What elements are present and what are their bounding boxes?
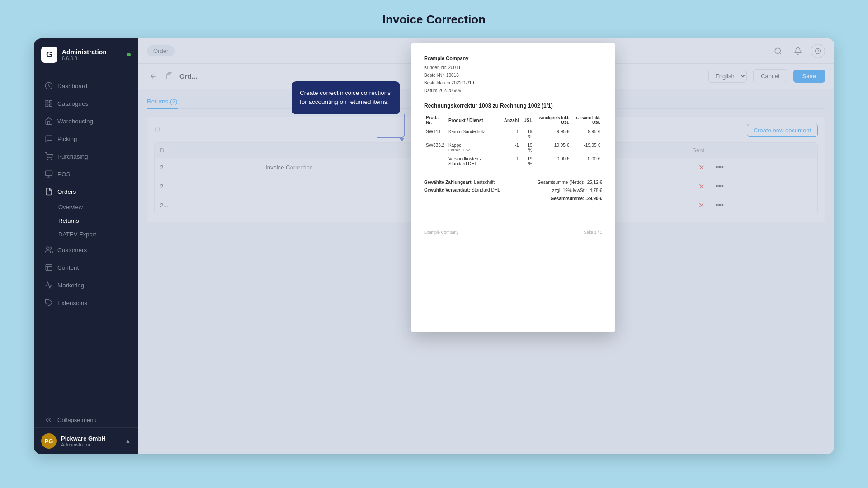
warehousing-icon [45, 117, 53, 125]
inv-bottom: Example Company Seite 1 / 1 [424, 230, 602, 235]
user-role: Administrator [61, 442, 121, 447]
tooltip-text: Create correct invoice corrections for a… [300, 89, 391, 105]
nav-label-catalogues: Catalogues [57, 100, 88, 107]
orders-icon [45, 188, 53, 196]
sidebar-nav: Dashboard Catalogues Warehousing Picking [34, 71, 138, 412]
inv-col-stueck: Stückpreis inkl. USt. [534, 113, 571, 127]
inv-title: Rechnungskorrektur 1003 zu Rechnung 1002… [424, 103, 602, 109]
sidebar-user[interactable]: PG Pickware GmbH Administrator ▲ [41, 433, 131, 449]
inv-table: Prod.-Nr. Produkt / Dienst Anzahl USL St… [424, 113, 602, 168]
inv-meta: Kunden-Nr. 20011 Bestell-Nr. 10018 Beste… [424, 64, 602, 94]
nav-label-customers: Customers [57, 247, 87, 253]
catalogues-icon [45, 99, 53, 108]
sidebar-item-content[interactable]: Content [38, 259, 134, 276]
marketing-icon [45, 281, 53, 289]
nav-label-marketing: Marketing [57, 282, 84, 289]
main-container: G Administration 6.6.3.0 Dashboard Catal… [34, 38, 834, 454]
collapse-menu-item[interactable]: Collapse menu [38, 412, 134, 427]
sidebar: G Administration 6.6.3.0 Dashboard Catal… [34, 38, 138, 454]
nav-label-picking: Picking [57, 136, 77, 142]
inv-row2-sub: Farbe: Olive [448, 148, 500, 152]
svg-point-6 [51, 159, 52, 160]
picking-icon [45, 135, 53, 143]
nav-label-purchasing: Purchasing [57, 153, 88, 160]
orders-subnav: Overview Returns DATEV Export [34, 201, 138, 241]
sidebar-item-orders[interactable]: Orders [38, 183, 134, 200]
user-info: Pickware GmbH Administrator [61, 435, 121, 447]
modal-overlay: Create correct invoice corrections for a… [138, 38, 834, 454]
inv-row-1: SW111 Kamm Sandelholz -1 19 % 9,95 € -9,… [424, 127, 602, 141]
inv-row-2: SW333.2 Kappe Farbe: Olive -1 19 % 19,95… [424, 141, 602, 155]
tooltip-box: Create correct invoice corrections for a… [292, 81, 400, 114]
sidebar-sub-overview[interactable]: Overview [54, 201, 138, 214]
sidebar-item-marketing[interactable]: Marketing [38, 277, 134, 294]
collapse-label: Collapse menu [57, 417, 97, 423]
sidebar-sub-datev[interactable]: DATEV Export [54, 228, 138, 241]
inv-footer-row: Gewählte Zahlungsart: Lastschrift Gewähl… [424, 174, 602, 203]
sidebar-item-dashboard[interactable]: Dashboard [38, 77, 134, 94]
svg-rect-1 [46, 100, 48, 103]
sidebar-header: G Administration 6.6.3.0 [34, 38, 138, 71]
customers-icon [45, 246, 53, 254]
brand-version: 6.6.3.0 [62, 56, 127, 61]
sidebar-logo: G [41, 47, 57, 63]
collapse-icon [45, 416, 53, 424]
inv-company: Example Company [424, 56, 602, 61]
inv-col-product: Produkt / Dienst [447, 113, 502, 127]
tooltip-connector [377, 114, 405, 138]
user-name: Pickware GmbH [61, 435, 121, 442]
svg-rect-9 [46, 264, 52, 271]
sidebar-item-catalogues[interactable]: Catalogues [38, 95, 134, 112]
page-title: Invoice Correction [382, 13, 486, 27]
dashboard-icon [45, 82, 53, 90]
inv-footer-company: Example Company [424, 230, 458, 235]
sidebar-item-picking[interactable]: Picking [38, 130, 134, 147]
svg-point-8 [47, 247, 49, 249]
nav-label-warehousing: Warehousing [57, 118, 93, 125]
sidebar-item-customers[interactable]: Customers [38, 241, 134, 258]
online-dot [127, 53, 131, 56]
inv-row-3: Versandkosten - Standard DHL 1 19 % 0,00… [424, 155, 602, 168]
sidebar-footer: PG Pickware GmbH Administrator ▲ [34, 427, 138, 454]
inv-totals: Gesamtsumme (Netto): -25,12 € zzgl. 19% … [538, 178, 602, 203]
sidebar-brand: Administration 6.6.3.0 [62, 48, 127, 61]
inv-col-anzahl: Anzahl [502, 113, 521, 127]
extensions-icon [45, 299, 53, 307]
inv-col-gesamt: Gesamt inkl. USt. [571, 113, 602, 127]
brand-name: Administration [62, 48, 127, 56]
user-avatar: PG [41, 433, 57, 449]
nav-label-content: Content [57, 264, 79, 271]
svg-rect-2 [50, 100, 52, 103]
inv-payment-info: Gewählte Zahlungsart: Lastschrift Gewähl… [424, 178, 500, 203]
pos-icon [45, 170, 53, 178]
tooltip-arrow [399, 138, 405, 141]
sidebar-item-pos[interactable]: POS [38, 165, 134, 183]
main-content: Order 🗐 Ord... Eng [138, 38, 834, 454]
nav-label-orders: Orders [57, 188, 76, 195]
inv-col-usl: USL [521, 113, 534, 127]
purchasing-icon [45, 152, 53, 160]
sidebar-sub-returns[interactable]: Returns [54, 214, 138, 227]
svg-point-5 [47, 159, 48, 160]
svg-rect-7 [46, 171, 52, 176]
content-icon [45, 263, 53, 272]
nav-label-pos: POS [57, 171, 71, 178]
nav-label-dashboard: Dashboard [57, 83, 87, 89]
svg-rect-4 [46, 104, 48, 107]
user-chevron-icon: ▲ [125, 438, 131, 444]
svg-rect-3 [50, 104, 52, 107]
inv-footer-page: Seite 1 / 1 [584, 230, 602, 235]
sidebar-item-extensions[interactable]: Extensions [38, 294, 134, 311]
invoice-modal: Example Company Kunden-Nr. 20011 Bestell… [411, 43, 615, 332]
sidebar-item-warehousing[interactable]: Warehousing [38, 113, 134, 130]
nav-label-extensions: Extensions [57, 300, 87, 306]
inv-row2-product: Kappe [448, 143, 500, 148]
sidebar-item-purchasing[interactable]: Purchasing [38, 148, 134, 165]
inv-col-prodnr: Prod.-Nr. [424, 113, 447, 127]
